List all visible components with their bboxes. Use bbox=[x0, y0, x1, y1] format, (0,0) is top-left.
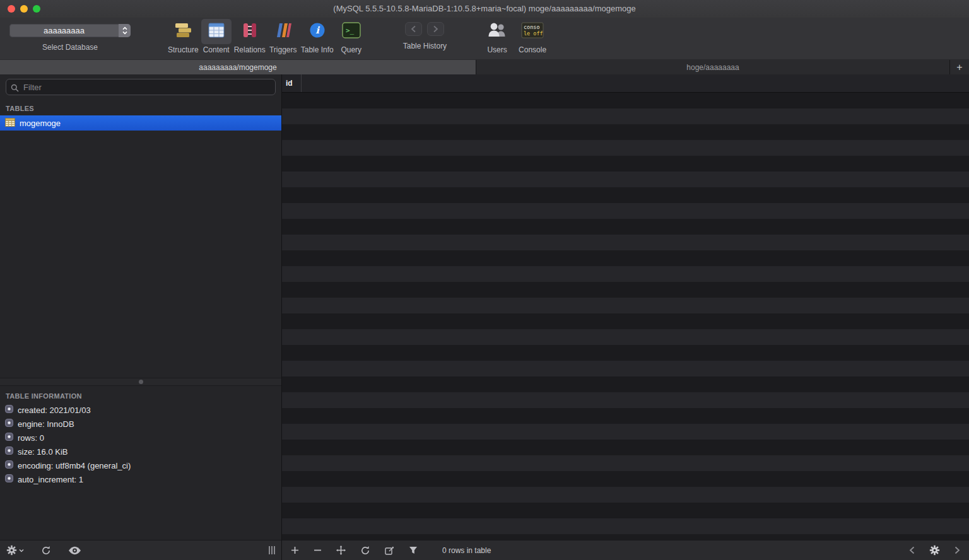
add-row-button[interactable] bbox=[291, 546, 299, 554]
minimize-button[interactable] bbox=[20, 5, 28, 13]
toolbar-item-query[interactable]: >_ Query bbox=[336, 18, 367, 54]
table-information-section: TABLE INFORMATION created: 2021/01/03 en… bbox=[0, 386, 281, 540]
tables-header: TABLES bbox=[0, 95, 281, 115]
table-info-label: Table Info bbox=[301, 45, 334, 54]
history-back-button[interactable] bbox=[405, 22, 422, 36]
column-header-id[interactable]: id bbox=[282, 74, 302, 92]
sidebar-bottom-bar bbox=[0, 540, 281, 560]
tab-active[interactable]: aaaaaaaaa/mogemoge bbox=[0, 60, 476, 74]
table-name-label: mogemoge bbox=[20, 119, 61, 128]
database-select-group: aaaaaaaaa Select Database bbox=[5, 18, 135, 52]
relations-icon bbox=[241, 21, 259, 42]
refresh-rows-button[interactable] bbox=[360, 545, 370, 556]
refresh-tables-button[interactable] bbox=[41, 545, 51, 556]
info-text: encoding: utf8mb4 (general_ci) bbox=[18, 461, 131, 470]
info-bullet-icon bbox=[5, 474, 13, 484]
info-row-encoding: encoding: utf8mb4 (general_ci) bbox=[0, 458, 281, 472]
info-bullet-icon bbox=[5, 460, 13, 470]
tab-inactive[interactable]: hoge/aaaaaaaa bbox=[476, 60, 949, 74]
info-text: auto_increment: 1 bbox=[18, 475, 83, 484]
quicklook-eye-button[interactable] bbox=[68, 546, 81, 555]
query-label: Query bbox=[341, 45, 361, 54]
sidebar: TABLES mogemoge TABLE INFORMATION create… bbox=[0, 74, 282, 560]
info-bullet-icon bbox=[5, 419, 13, 429]
info-row-auto-increment: auto_increment: 1 bbox=[0, 472, 281, 486]
table-info-icon: i bbox=[308, 21, 326, 42]
users-icon bbox=[486, 22, 508, 41]
structure-icon bbox=[173, 21, 192, 42]
zoom-button[interactable] bbox=[33, 5, 40, 13]
toolbar-right-items: Users console off Console bbox=[482, 18, 548, 54]
info-bullet-icon bbox=[5, 433, 13, 443]
triggers-icon bbox=[275, 21, 291, 42]
info-row-engine: engine: InnoDB bbox=[0, 417, 281, 431]
main-area: TABLES mogemoge TABLE INFORMATION create… bbox=[0, 74, 969, 560]
structure-label: Structure bbox=[168, 45, 199, 54]
remove-row-button[interactable] bbox=[314, 546, 322, 554]
info-bullet-icon bbox=[5, 405, 13, 415]
svg-text:>_: >_ bbox=[346, 26, 355, 35]
info-row-rows: rows: 0 bbox=[0, 431, 281, 445]
toolbar-item-structure[interactable]: Structure bbox=[168, 18, 199, 54]
sidebar-splitter[interactable] bbox=[0, 378, 281, 386]
relations-label: Relations bbox=[234, 45, 266, 54]
query-icon: >_ bbox=[342, 22, 361, 41]
toolbar-item-table-info[interactable]: i Table Info bbox=[301, 18, 334, 54]
table-actions-gear-button[interactable] bbox=[6, 545, 24, 556]
splitter-handle-icon bbox=[139, 380, 143, 384]
toolbar-item-triggers[interactable]: Triggers bbox=[268, 18, 298, 54]
toolbar: aaaaaaaaa Select Database Structure Cont… bbox=[0, 18, 969, 59]
select-database-label: Select Database bbox=[42, 43, 98, 52]
titlebar: (MySQL 5.5.5-10.5.8-MariaDB-1:10.5.8+mar… bbox=[0, 0, 969, 18]
table-list-item-mogemoge[interactable]: mogemoge bbox=[0, 115, 281, 131]
info-text: size: 16.0 KiB bbox=[18, 447, 68, 457]
info-text: rows: 0 bbox=[18, 433, 44, 443]
record-navigation bbox=[909, 545, 960, 556]
history-forward-button[interactable] bbox=[427, 22, 444, 36]
edit-row-button[interactable] bbox=[385, 546, 394, 555]
database-select[interactable]: aaaaaaaaa bbox=[9, 24, 131, 37]
users-label: Users bbox=[487, 45, 507, 54]
traffic-lights bbox=[8, 5, 40, 13]
info-row-size: size: 16.0 KiB bbox=[0, 445, 281, 458]
table-information-header: TABLE INFORMATION bbox=[0, 386, 281, 403]
info-row-created: created: 2021/01/03 bbox=[0, 403, 281, 417]
table-icon bbox=[5, 118, 15, 129]
console-label: Console bbox=[519, 45, 546, 54]
console-icon: console off bbox=[521, 22, 544, 41]
table-history-group: Table History bbox=[403, 18, 447, 50]
info-text: created: 2021/01/03 bbox=[18, 405, 91, 415]
tab-bar: aaaaaaaaa/mogemoge hoge/aaaaaaaa + bbox=[0, 59, 969, 74]
database-select-value: aaaaaaaaa bbox=[9, 26, 119, 35]
next-record-button[interactable] bbox=[954, 546, 960, 554]
info-bullet-icon bbox=[5, 446, 13, 457]
svg-text:le off: le off bbox=[524, 30, 543, 37]
chevron-down-icon bbox=[19, 549, 24, 552]
close-button[interactable] bbox=[8, 5, 15, 13]
table-history-label: Table History bbox=[403, 42, 447, 50]
content-icon bbox=[208, 21, 225, 42]
column-header-row: id bbox=[282, 74, 969, 93]
content-area: id bbox=[282, 74, 969, 560]
table-filter-input[interactable] bbox=[6, 79, 276, 95]
toolbar-item-relations[interactable]: Relations bbox=[234, 18, 266, 54]
svg-text:conso: conso bbox=[524, 24, 540, 30]
table-gear-button[interactable] bbox=[929, 545, 940, 556]
toolbar-item-users[interactable]: Users bbox=[482, 18, 512, 54]
search-icon bbox=[11, 83, 19, 95]
toolbar-item-console[interactable]: console off Console bbox=[517, 18, 548, 54]
previous-record-button[interactable] bbox=[909, 546, 915, 554]
filter-rows-button[interactable] bbox=[409, 546, 418, 554]
content-label: Content bbox=[203, 45, 230, 54]
duplicate-row-button[interactable] bbox=[336, 545, 346, 555]
triggers-label: Triggers bbox=[269, 45, 297, 54]
table-grid[interactable] bbox=[282, 93, 969, 540]
row-count-status: 0 rows in table bbox=[442, 546, 491, 555]
content-bottom-bar: 0 rows in table bbox=[282, 540, 969, 560]
add-tab-button[interactable]: + bbox=[949, 60, 969, 74]
toolbar-item-content[interactable]: Content bbox=[201, 18, 232, 54]
popup-stepper-icon bbox=[119, 24, 131, 37]
info-text: engine: InnoDB bbox=[18, 419, 74, 429]
sidebar-resize-handle[interactable] bbox=[269, 546, 275, 554]
app-window: (MySQL 5.5.5-10.5.8-MariaDB-1:10.5.8+mar… bbox=[0, 0, 969, 560]
